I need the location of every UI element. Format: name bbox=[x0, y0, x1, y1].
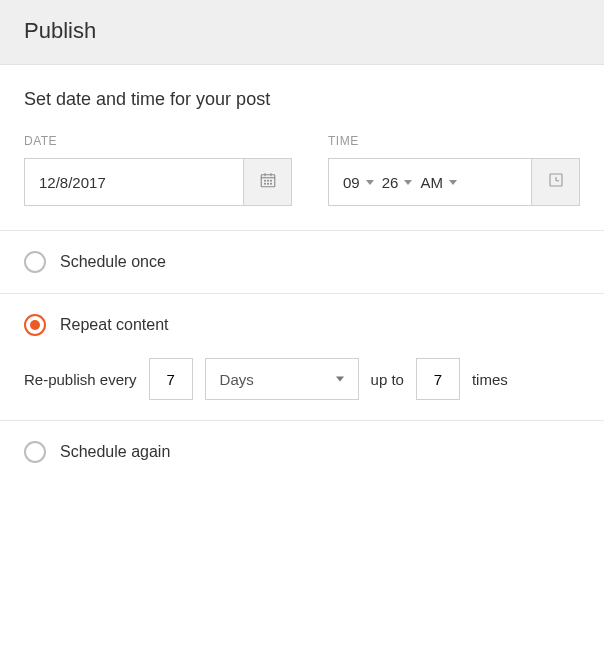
time-minute-select[interactable]: 26 bbox=[380, 170, 415, 195]
time-input-group: 09 26 AM bbox=[328, 158, 580, 206]
svg-point-9 bbox=[270, 183, 271, 184]
republish-unit-select[interactable]: Days bbox=[205, 358, 359, 400]
time-period-select[interactable]: AM bbox=[418, 170, 459, 195]
datetime-section: Set date and time for your post DATE bbox=[0, 65, 604, 230]
radio-icon bbox=[24, 441, 46, 463]
time-hour-value: 09 bbox=[343, 174, 360, 191]
republish-count-input[interactable] bbox=[416, 358, 460, 400]
svg-point-4 bbox=[264, 180, 265, 181]
option-schedule-again: Schedule again bbox=[0, 421, 604, 483]
option-schedule-once: Schedule once bbox=[0, 231, 604, 294]
chevron-down-icon bbox=[449, 180, 457, 185]
republish-interval-input[interactable] bbox=[149, 358, 193, 400]
republish-unit-value: Days bbox=[220, 371, 254, 388]
radio-label: Repeat content bbox=[60, 316, 169, 334]
datetime-row: DATE bbox=[24, 134, 580, 206]
upto-label: up to bbox=[371, 371, 404, 388]
radio-repeat-content[interactable]: Repeat content bbox=[24, 314, 580, 336]
option-repeat-content: Repeat content Re-publish every Days up … bbox=[0, 294, 604, 421]
repeat-controls: Re-publish every Days up to times bbox=[24, 358, 580, 400]
radio-label: Schedule again bbox=[60, 443, 170, 461]
radio-inner-dot bbox=[30, 320, 40, 330]
svg-point-7 bbox=[264, 183, 265, 184]
time-field: TIME 09 26 AM bbox=[328, 134, 580, 206]
schedule-options: Schedule once Repeat content Re-publish … bbox=[0, 230, 604, 483]
time-period-value: AM bbox=[420, 174, 443, 191]
radio-schedule-once[interactable]: Schedule once bbox=[24, 251, 580, 273]
dialog-title: Publish bbox=[24, 18, 580, 44]
section-title: Set date and time for your post bbox=[24, 89, 580, 110]
time-selects: 09 26 AM bbox=[329, 159, 531, 205]
date-label: DATE bbox=[24, 134, 292, 148]
radio-schedule-again[interactable]: Schedule again bbox=[24, 441, 580, 463]
svg-point-5 bbox=[267, 180, 268, 181]
clock-button[interactable] bbox=[531, 159, 579, 205]
chevron-down-icon bbox=[366, 180, 374, 185]
svg-point-8 bbox=[267, 183, 268, 184]
time-hour-select[interactable]: 09 bbox=[341, 170, 376, 195]
svg-point-6 bbox=[270, 180, 271, 181]
date-input-group bbox=[24, 158, 292, 206]
times-label: times bbox=[472, 371, 508, 388]
radio-icon bbox=[24, 251, 46, 273]
chevron-down-icon bbox=[336, 377, 344, 382]
date-field: DATE bbox=[24, 134, 292, 206]
republish-prefix: Re-publish every bbox=[24, 371, 137, 388]
time-minute-value: 26 bbox=[382, 174, 399, 191]
calendar-button[interactable] bbox=[243, 159, 291, 205]
radio-label: Schedule once bbox=[60, 253, 166, 271]
clock-icon bbox=[547, 171, 565, 193]
time-label: TIME bbox=[328, 134, 580, 148]
calendar-icon bbox=[259, 171, 277, 193]
date-input[interactable] bbox=[25, 159, 243, 205]
chevron-down-icon bbox=[404, 180, 412, 185]
dialog-header: Publish bbox=[0, 0, 604, 65]
radio-icon-selected bbox=[24, 314, 46, 336]
